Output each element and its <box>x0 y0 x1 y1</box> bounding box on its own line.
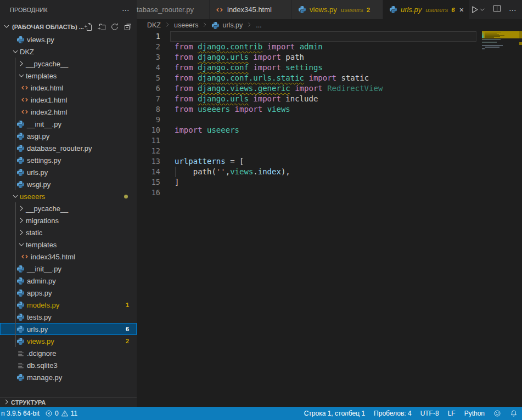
tree-file-database_roouter.py[interactable]: database_roouter.py <box>0 142 137 154</box>
tab-views.py[interactable]: views.pyuseeers2 <box>292 0 383 19</box>
breadcrumb-item-DKZ[interactable]: DKZ <box>147 21 161 29</box>
file-label: templates <box>26 72 57 80</box>
indentation-status[interactable]: Пробелов: 4 <box>374 410 412 417</box>
problems-badge: 2 <box>126 338 129 344</box>
encoding-status[interactable]: UTF-8 <box>420 410 439 417</box>
python-icon <box>16 337 25 345</box>
python-interpreter-status[interactable]: n 3.9.5 64-bit <box>1 410 40 417</box>
code-line-13[interactable]: 13urlpatterns = [ <box>137 156 522 167</box>
tree-file-index1.html[interactable]: index1.html <box>0 94 137 106</box>
more-actions-icon[interactable]: ⋯ <box>509 5 517 14</box>
code-line-12[interactable]: 12 <box>137 146 522 156</box>
code-line-2[interactable]: 2from django.contrib import admin <box>137 42 522 52</box>
code-line-15[interactable]: 15] <box>137 177 522 188</box>
tab-urls.py[interactable]: urls.pyuseeers6× <box>383 0 470 19</box>
tab-tabase_roouter.py[interactable]: tabase_roouter.py <box>137 0 210 19</box>
tab-label: views.py <box>310 5 337 14</box>
tree-folder-migrations[interactable]: migrations <box>0 214 137 226</box>
line-content: path('',views.index), <box>175 167 290 177</box>
code-line-3[interactable]: 3from django.urls import path <box>137 52 522 63</box>
tree-file-apps.py[interactable]: apps.py <box>0 287 137 299</box>
eol-status[interactable]: LF <box>448 410 456 417</box>
new-file-icon[interactable] <box>84 22 93 31</box>
line-content: from useeers import views <box>175 104 290 115</box>
tree-file-__init__.py[interactable]: __init__.py <box>0 118 137 130</box>
breadcrumb-label: DKZ <box>147 21 161 29</box>
workspace-section-header[interactable]: (РАБОЧАЯ ОБЛАСТЬ) ... <box>0 20 137 33</box>
chevron-down-icon <box>17 240 26 249</box>
tree-file-asgi.py[interactable]: asgi.py <box>0 130 137 142</box>
tab-description: useeers <box>341 7 363 13</box>
tree-folder-useeers[interactable]: useeers <box>0 190 137 202</box>
code-editor[interactable]: 12from django.contrib import admin3from … <box>137 31 522 198</box>
line-content: from django.urls import path <box>175 52 304 63</box>
tree-file-manage.py[interactable]: manage.py <box>0 371 137 383</box>
file-label: apps.py <box>27 289 52 297</box>
feedback-button[interactable] <box>493 410 501 417</box>
tree-file-settings.py[interactable]: settings.py <box>0 154 137 166</box>
code-line-9[interactable]: 9 <box>137 115 522 125</box>
file-label: DKZ <box>20 48 34 56</box>
tree-file-views.py[interactable]: views.py2 <box>0 335 137 347</box>
html-icon <box>20 253 29 261</box>
tree-file-__init__.py[interactable]: __init__.py <box>0 263 137 275</box>
tree-file-index345.html[interactable]: index345.html <box>0 251 137 263</box>
code-line-8[interactable]: 8from useeers import views <box>137 104 522 115</box>
tree-folder-templates[interactable]: templates <box>0 239 137 251</box>
breadcrumb-item-urls.py[interactable]: urls.py <box>211 21 243 30</box>
code-line-10[interactable]: 10import useeers <box>137 125 522 135</box>
code-line-6[interactable]: 6from django.views.generic import Redire… <box>137 83 522 94</box>
code-line-5[interactable]: 5from django.conf.urls.static import sta… <box>137 73 522 83</box>
tree-file-models.py[interactable]: models.py1 <box>0 299 137 311</box>
tree-file-wsgi.py[interactable]: wsgi.py <box>0 178 137 190</box>
line-number: 13 <box>137 156 160 167</box>
refresh-icon[interactable] <box>110 22 119 31</box>
code-line-14[interactable]: 14 path('',views.index), <box>137 167 522 177</box>
warning-icon <box>61 410 69 417</box>
notifications-bell[interactable] <box>510 410 518 417</box>
tree-folder-static[interactable]: static <box>0 226 137 239</box>
tree-folder-__pycache__[interactable]: __pycache__ <box>0 202 137 214</box>
python-icon <box>16 36 25 44</box>
tree-file-db.sqlite3[interactable]: db.sqlite3 <box>0 359 137 371</box>
collapse-all-icon[interactable] <box>124 22 132 31</box>
breadcrumb-item-useeers[interactable]: useeers <box>174 21 198 29</box>
tree-file-views.py[interactable]: views.py <box>0 33 137 46</box>
tree-file-index2.html[interactable]: index2.html <box>0 106 137 118</box>
split-editor-icon[interactable] <box>493 4 501 15</box>
tab-label: tabase_roouter.py <box>137 5 194 14</box>
code-line-16[interactable]: 16 <box>137 188 522 198</box>
cursor-position-status[interactable]: Строка 1, столбец 1 <box>304 410 365 417</box>
outline-section-header[interactable]: СТРУКТУРА <box>0 397 137 407</box>
explorer-more-icon[interactable]: ⋯ <box>122 5 130 14</box>
code-line-4[interactable]: 4from django.conf import settings <box>137 63 522 73</box>
chevron-right-icon <box>17 216 26 225</box>
problems-status[interactable]: 011 <box>45 410 77 417</box>
tree-file-urls.py[interactable]: urls.py6 <box>0 323 137 335</box>
line-content: from django.views.generic import Redirec… <box>175 83 383 94</box>
tab-index345.html[interactable]: index345.html <box>210 0 292 19</box>
tree-file-index.html[interactable]: index.html <box>0 82 137 94</box>
code-line-7[interactable]: 7from django.urls import include <box>137 94 522 104</box>
tree-file-admin.py[interactable]: admin.py <box>0 275 137 287</box>
python-icon <box>16 120 25 128</box>
tab-label: index345.html <box>227 5 272 14</box>
html-icon <box>20 96 29 104</box>
python-icon <box>16 132 25 140</box>
code-line-1[interactable]: 1 <box>137 31 522 42</box>
new-folder-icon[interactable] <box>97 22 106 31</box>
status-bar: n 3.9.5 64-bit011Строка 1, столбец 1Проб… <box>0 407 522 420</box>
tree-file-urls.py[interactable]: urls.py <box>0 166 137 178</box>
tree-folder-DKZ[interactable]: DKZ <box>0 46 137 58</box>
language-mode-status[interactable]: Python <box>464 410 485 417</box>
python-icon <box>211 21 220 30</box>
tree-folder-__pycache__[interactable]: __pycache__ <box>0 58 137 70</box>
code-line-11[interactable]: 11 <box>137 135 522 146</box>
tree-folder-templates[interactable]: templates <box>0 70 137 82</box>
tree-file-.dcignore[interactable]: .dcignore <box>0 347 137 359</box>
breadcrumb: DKZuseeersurls.py... <box>137 19 522 31</box>
close-icon[interactable]: × <box>459 5 464 14</box>
run-button[interactable] <box>470 5 485 14</box>
tree-file-tests.py[interactable]: tests.py <box>0 311 137 323</box>
breadcrumb-item-...[interactable]: ... <box>256 21 261 29</box>
